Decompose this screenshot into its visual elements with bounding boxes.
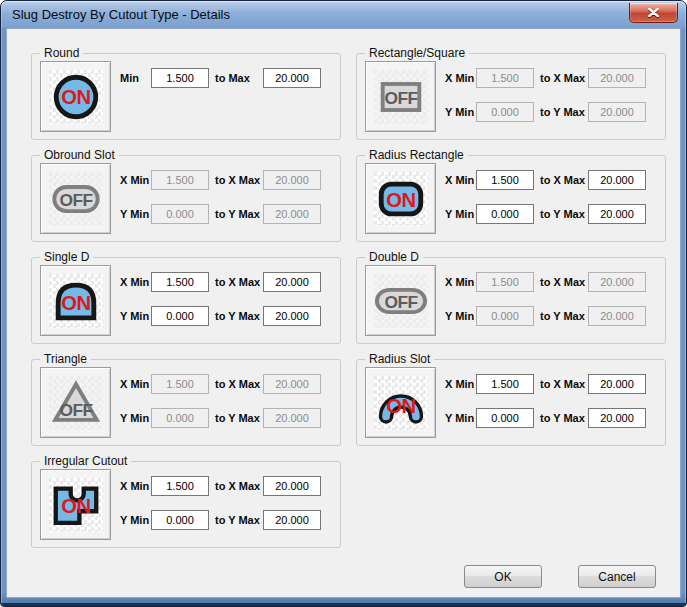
group-title: Single D xyxy=(40,250,93,265)
circle-toggle-button[interactable]: ON xyxy=(40,61,111,132)
max-input xyxy=(588,306,646,326)
group-single-d: Single D ON X Min to X Max Y Min t xyxy=(31,257,341,344)
min-input xyxy=(476,306,534,326)
min-label: X Min xyxy=(445,378,476,390)
state-label: OFF xyxy=(384,87,417,107)
dialog-window: Slug Destroy By Cutout Type - Details Ro… xyxy=(0,0,687,607)
min-label: X Min xyxy=(445,174,476,186)
min-input xyxy=(151,204,209,224)
max-input[interactable] xyxy=(263,476,321,496)
min-label: X Min xyxy=(120,276,151,288)
min-label: X Min xyxy=(445,72,476,84)
dialog-buttons: OK Cancel xyxy=(464,565,656,588)
min-label: X Min xyxy=(120,174,151,186)
max-input[interactable] xyxy=(263,68,321,88)
single-d-icon: ON xyxy=(49,274,103,328)
min-input[interactable] xyxy=(151,68,209,88)
max-label: to X Max xyxy=(215,378,263,390)
fields-area: X Min to X Max Y Min to Y Max xyxy=(445,360,659,445)
irregular-toggle-button[interactable]: ON xyxy=(40,469,111,540)
close-icon xyxy=(648,8,659,17)
triangle-toggle-button[interactable]: OFF xyxy=(40,367,111,438)
min-label: Min xyxy=(120,72,151,84)
fields-area: X Min to X Max Y Min to Y Max xyxy=(120,258,334,343)
circle-icon: ON xyxy=(49,70,103,124)
max-input[interactable] xyxy=(263,306,321,326)
max-input[interactable] xyxy=(588,374,646,394)
dialog-client-area: Round ON Min to Max Obround Slot xyxy=(6,28,681,598)
radius-rectangle-icon: ON xyxy=(374,172,428,226)
rectangle-toggle-button[interactable]: OFF xyxy=(365,61,436,132)
field-row: Min to Max xyxy=(120,67,334,88)
radius-slot-toggle-button[interactable]: ON xyxy=(365,367,436,438)
group-rectangle-square: Rectangle/Square OFF X Min to X Max Y Mi… xyxy=(356,53,666,140)
cancel-button[interactable]: Cancel xyxy=(578,565,656,588)
min-input xyxy=(476,272,534,292)
field-row: X Min to X Max xyxy=(120,373,334,394)
max-label: to X Max xyxy=(215,480,263,492)
min-input xyxy=(476,68,534,88)
double-d-icon: OFF xyxy=(374,274,428,328)
fields-area: Min to Max xyxy=(120,54,334,139)
group-triangle: Triangle OFF X Min to X Max Y Min xyxy=(31,359,341,446)
field-row: Y Min to Y Max xyxy=(445,305,659,326)
state-label: ON xyxy=(61,291,90,313)
state-label: OFF xyxy=(384,291,417,311)
double-d-toggle-button[interactable]: OFF xyxy=(365,265,436,336)
min-input[interactable] xyxy=(476,170,534,190)
min-input[interactable] xyxy=(476,408,534,428)
max-input xyxy=(588,68,646,88)
max-label: to X Max xyxy=(540,174,588,186)
max-label: to X Max xyxy=(540,276,588,288)
group-title: Round xyxy=(40,46,83,61)
min-input[interactable] xyxy=(151,476,209,496)
group-radius-slot: Radius Slot ON X Min to X Max xyxy=(356,359,666,446)
max-label: to X Max xyxy=(540,72,588,84)
max-input[interactable] xyxy=(588,204,646,224)
group-double-d: Double D OFF X Min to X Max Y Min xyxy=(356,257,666,344)
min-label: Y Min xyxy=(445,106,476,118)
rectangle-icon: OFF xyxy=(374,70,428,124)
max-input[interactable] xyxy=(588,170,646,190)
max-input xyxy=(263,204,321,224)
min-label: Y Min xyxy=(120,208,151,220)
max-label: to X Max xyxy=(540,378,588,390)
titlebar[interactable]: Slug Destroy By Cutout Type - Details xyxy=(1,1,686,28)
min-input xyxy=(151,374,209,394)
max-input[interactable] xyxy=(588,408,646,428)
radius-rectangle-toggle-button[interactable]: ON xyxy=(365,163,436,234)
single-d-toggle-button[interactable]: ON xyxy=(40,265,111,336)
ok-button[interactable]: OK xyxy=(464,565,542,588)
obround-icon: OFF xyxy=(49,172,103,226)
state-label: ON xyxy=(386,394,415,416)
close-button[interactable] xyxy=(629,3,678,23)
max-input xyxy=(263,170,321,190)
obround-toggle-button[interactable]: OFF xyxy=(40,163,111,234)
min-input[interactable] xyxy=(151,306,209,326)
fields-area: X Min to X Max Y Min to Y Max xyxy=(120,360,334,445)
field-row: X Min to X Max xyxy=(120,475,334,496)
field-row: Y Min to Y Max xyxy=(120,407,334,428)
min-label: X Min xyxy=(120,378,151,390)
max-label: to Max xyxy=(215,72,263,84)
min-label: X Min xyxy=(120,480,151,492)
min-input[interactable] xyxy=(476,204,534,224)
max-label: to X Max xyxy=(215,174,263,186)
field-row: X Min to X Max xyxy=(445,373,659,394)
fields-area: X Min to X Max Y Min to Y Max xyxy=(445,258,659,343)
min-input[interactable] xyxy=(151,510,209,530)
min-input[interactable] xyxy=(476,374,534,394)
fields-area: X Min to X Max Y Min to Y Max xyxy=(120,462,334,547)
group-irregular-cutout: Irregular Cutout ON X Min to X Max Y Min xyxy=(31,461,341,548)
min-label: Y Min xyxy=(445,208,476,220)
min-input xyxy=(476,102,534,122)
max-input[interactable] xyxy=(263,510,321,530)
min-label: Y Min xyxy=(445,412,476,424)
max-input[interactable] xyxy=(263,272,321,292)
field-row: Y Min to Y Max xyxy=(120,203,334,224)
state-label: ON xyxy=(386,188,415,210)
min-input[interactable] xyxy=(151,272,209,292)
max-input xyxy=(263,408,321,428)
fields-area: X Min to X Max Y Min to Y Max xyxy=(120,156,334,241)
field-row: X Min to X Max xyxy=(120,271,334,292)
